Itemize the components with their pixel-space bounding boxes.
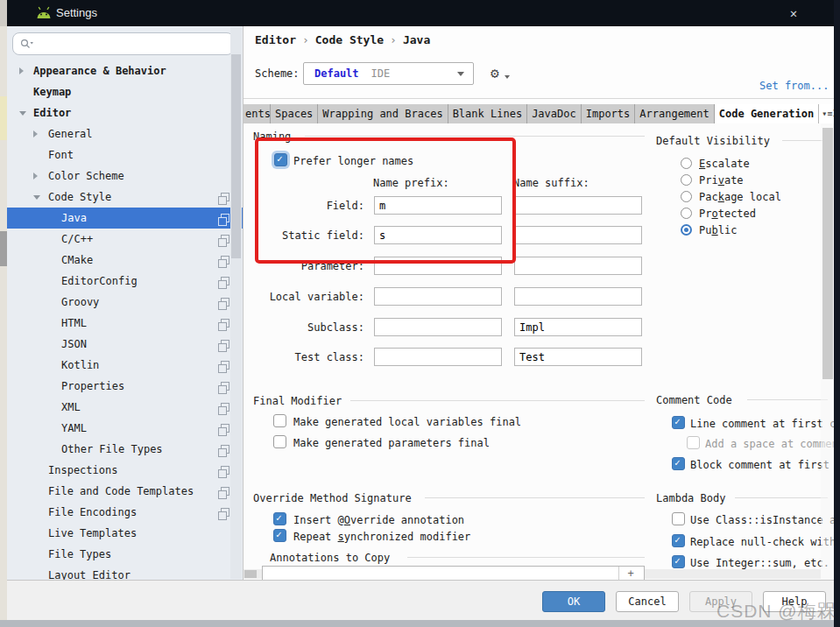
name-prefix-header: Name prefix: — [373, 177, 449, 189]
parameter-prefix-input[interactable] — [374, 257, 502, 275]
tab-imports[interactable]: Imports — [582, 104, 636, 123]
insert-override-annotation-label: Insert @Override annotation — [293, 514, 464, 526]
breadcrumb-code-style[interactable]: Code Style — [315, 33, 384, 46]
local-variable-prefix-input[interactable] — [374, 287, 502, 306]
horizontal-scrollbar-thumb[interactable] — [244, 570, 257, 578]
sidebar-item-kotlin[interactable]: Kotlin — [7, 355, 243, 376]
sidebar-item-file-and-code-templates[interactable]: File and Code Templates — [7, 481, 243, 502]
plus-icon: + — [627, 567, 633, 580]
section-divider — [305, 136, 645, 137]
sidebar-item-yaml[interactable]: YAML — [7, 418, 243, 439]
sidebar-item-xml[interactable]: XML — [7, 397, 243, 418]
background-right-strip — [834, 0, 840, 627]
static-field-suffix-input[interactable] — [514, 226, 642, 244]
subclass-label: Subclass: — [244, 321, 364, 334]
tab-tabs-and-indents[interactable]: ents — [244, 104, 271, 123]
tab-arrangement[interactable]: Arrangement — [635, 104, 714, 123]
test-class-suffix-input[interactable] — [514, 348, 642, 366]
repeat-synchronized-modifier-checkbox[interactable] — [273, 529, 286, 542]
section-annotations-to-copy: Annotations to Copy — [270, 552, 390, 564]
escalate-radio[interactable] — [681, 158, 692, 169]
chevron-down-icon — [19, 111, 26, 116]
sidebar-scrollbar-thumb[interactable] — [231, 54, 241, 258]
tab-spaces[interactable]: Spaces — [271, 104, 318, 123]
tab-blank-lines[interactable]: Blank Lines — [448, 104, 527, 123]
sidebar-item-editorconfig[interactable]: EditorConfig — [7, 271, 243, 292]
sidebar-item-file-types[interactable]: File Types — [7, 544, 243, 565]
sidebar-item-properties[interactable]: Properties — [7, 376, 243, 397]
set-from-link[interactable]: Set from... — [759, 80, 829, 92]
section-override-method-signature: Override Method Signature — [253, 492, 412, 504]
field-label: Field: — [244, 200, 364, 212]
subclass-prefix-input[interactable] — [374, 318, 502, 336]
private-label: Private — [699, 174, 744, 187]
sidebar-item-other-file-types[interactable]: Other File Types — [7, 439, 243, 460]
sidebar-item-appearance-behavior[interactable]: Appearance & Behavior — [7, 60, 243, 81]
vertical-scrollbar-thumb[interactable] — [822, 128, 833, 379]
insert-override-annotation-checkbox[interactable] — [273, 512, 286, 525]
prefer-longer-names-label: Prefer longer names — [293, 155, 413, 167]
line-comment-checkbox[interactable] — [672, 416, 685, 429]
sidebar-item-font[interactable]: Font — [7, 144, 243, 166]
use-integer-sum-checkbox[interactable] — [672, 555, 685, 568]
repeat-synchronized-modifier-label: Repeat synchronized modifier — [293, 531, 470, 543]
subclass-suffix-input[interactable] — [514, 318, 642, 336]
public-radio[interactable] — [681, 224, 692, 236]
use-class-isinstance-checkbox[interactable] — [672, 512, 685, 525]
background-patch — [0, 0, 7, 26]
add-annotation-button[interactable]: + — [618, 567, 642, 580]
section-divider — [350, 400, 645, 401]
cancel-button[interactable]: Cancel — [616, 591, 679, 612]
package-local-radio[interactable] — [681, 191, 692, 202]
local-variable-suffix-input[interactable] — [514, 287, 642, 306]
prefer-longer-names-checkbox[interactable] — [274, 153, 287, 166]
static-field-prefix-input[interactable] — [374, 226, 502, 244]
protected-radio[interactable] — [681, 208, 692, 219]
annotations-list[interactable]: + — [262, 566, 645, 580]
sidebar-item-editor[interactable]: Editor — [7, 102, 243, 123]
sidebar-item-color-scheme[interactable]: Color Scheme — [7, 166, 243, 187]
replace-null-check-label: Replace null-check with ( — [690, 536, 835, 548]
make-local-variables-final-checkbox[interactable] — [273, 414, 286, 427]
replace-null-check-checkbox[interactable] — [672, 534, 685, 547]
sidebar-item-groovy[interactable]: Groovy — [7, 292, 243, 313]
sidebar-item-layout-editor[interactable]: Layout Editor — [7, 565, 243, 580]
make-parameters-final-checkbox[interactable] — [273, 435, 286, 448]
ok-button[interactable]: OK — [542, 591, 605, 612]
search-input[interactable] — [12, 32, 234, 55]
close-icon[interactable]: ✕ — [785, 5, 802, 21]
field-suffix-input[interactable] — [514, 196, 642, 215]
tab-code-generation[interactable]: Code Generation — [715, 104, 819, 123]
private-radio[interactable] — [681, 174, 692, 186]
test-class-prefix-input[interactable] — [374, 348, 502, 366]
package-local-label: Package local — [699, 191, 781, 203]
field-prefix-input[interactable] — [374, 196, 502, 215]
copy-icon — [221, 508, 229, 517]
sidebar-item-code-style[interactable]: Code Style — [7, 187, 243, 208]
tab-javadoc[interactable]: JavaDoc — [527, 104, 582, 123]
sidebar-item-html[interactable]: HTML — [7, 313, 243, 334]
help-button[interactable]: Help — [763, 591, 826, 612]
sidebar-item-general[interactable]: General — [7, 123, 243, 144]
protected-label: Protected — [699, 208, 756, 220]
block-comment-checkbox[interactable] — [672, 457, 685, 470]
tab-wrapping-and-braces[interactable]: Wrapping and Braces — [318, 104, 448, 123]
sidebar-item-inspections[interactable]: Inspections — [7, 460, 243, 481]
scheme-select[interactable]: DefaultIDE — [303, 62, 474, 85]
breadcrumb-java[interactable]: Java — [403, 33, 430, 46]
section-divider — [735, 497, 828, 498]
block-comment-label: Block comment at first co — [690, 459, 835, 471]
parameter-suffix-input[interactable] — [514, 257, 642, 275]
sidebar-item-json[interactable]: JSON — [7, 334, 243, 355]
breadcrumb-editor[interactable]: Editor — [255, 33, 296, 46]
sidebar-item-cmake[interactable]: CMake — [7, 250, 243, 271]
sidebar-item-live-templates[interactable]: Live Templates — [7, 523, 243, 544]
sidebar-item-file-encodings[interactable]: File Encodings — [7, 502, 243, 523]
sidebar-item-keymap[interactable]: Keymap — [7, 81, 243, 102]
tab-list-icon[interactable]: ▾≡1 — [819, 104, 835, 123]
sidebar-item-java[interactable]: Java — [7, 208, 243, 229]
gear-icon[interactable] — [491, 65, 512, 82]
test-class-label: Test class: — [244, 351, 364, 363]
main-panel: Editor›Code Style›Java Scheme: DefaultID… — [243, 26, 834, 580]
sidebar-item-c-cpp[interactable]: C/C++ — [7, 229, 243, 250]
